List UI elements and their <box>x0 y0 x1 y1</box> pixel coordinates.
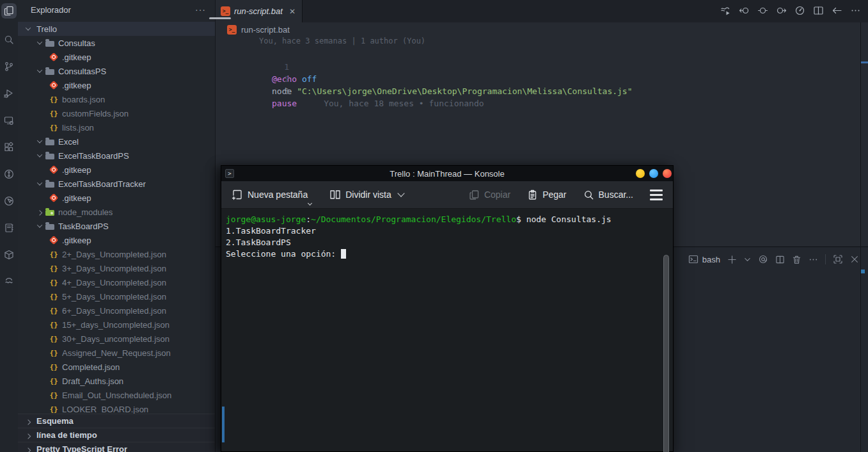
split-editor-button[interactable] <box>812 4 825 17</box>
launch-profile-button[interactable] <box>758 254 768 264</box>
paste-icon <box>527 190 538 200</box>
hamburger-menu-icon[interactable] <box>650 190 663 200</box>
json-file-icon: {} <box>49 122 59 133</box>
git-file-icon <box>49 235 59 245</box>
terminal-panel-header: bash <box>688 250 859 269</box>
sidebar-section-timeline[interactable]: línea de tiempo <box>18 428 215 442</box>
tree-item-file[interactable]: {}5+_Days_Uncompleted.json <box>18 289 215 303</box>
panel-more-actions[interactable] <box>809 255 818 264</box>
terminal-profile-dropdown[interactable] <box>744 256 751 263</box>
live-pointer-icon <box>4 196 14 206</box>
tree-item-file[interactable]: {}customFields.json <box>18 106 215 120</box>
tree-item-file[interactable]: {}15+_days_Uncompleted.json <box>18 318 215 332</box>
activity-notebook-button[interactable] <box>1 220 17 236</box>
editor-scrollbar-slider[interactable] <box>861 61 868 63</box>
line-number: 3 <box>258 85 289 97</box>
tree-item-file[interactable]: .gitkeep <box>18 191 215 205</box>
tree-item-file[interactable]: {}6+_Days_Uncompleted.json <box>18 303 215 318</box>
activity-source-control-button[interactable] <box>1 59 17 74</box>
search-icon <box>4 35 14 45</box>
tree-item-folder[interactable]: node_modules <box>18 205 215 219</box>
tree-item-file[interactable]: {}3+_Days_Uncompleted.json <box>18 261 215 275</box>
tree-item-file[interactable]: {}Assigned_New_Request.json <box>18 346 215 360</box>
paste-button[interactable]: Pegar <box>527 190 566 200</box>
activity-run-debug-button[interactable] <box>1 86 17 101</box>
current-change-button[interactable] <box>756 4 769 17</box>
remote-explorer-icon <box>4 115 14 125</box>
tree-item-folder[interactable]: Excel <box>18 134 215 149</box>
tree-item-folder[interactable]: ExcelTaskBoardPS <box>18 149 215 163</box>
files-icon <box>4 6 14 16</box>
copy-button[interactable]: Copiar <box>469 190 510 200</box>
tree-item-file[interactable]: .gitkeep <box>18 78 215 92</box>
panel-scrollbar-marker <box>861 270 865 273</box>
konsole-scrollbar[interactable] <box>663 255 669 452</box>
run-debug-icon <box>4 88 14 99</box>
tree-item-folder[interactable]: TaskBoardPS <box>18 219 215 233</box>
run-file-icon <box>720 5 731 16</box>
activity-package-box-button[interactable] <box>1 247 17 262</box>
add-terminal-icon <box>727 255 737 264</box>
close-panel-button[interactable] <box>850 255 859 264</box>
tree-item-file[interactable]: {}4+_Days_Uncompleted.json <box>18 275 215 289</box>
sidebar-scrollbar[interactable] <box>209 17 231 19</box>
folder-icon <box>45 179 55 189</box>
kill-terminal-button[interactable] <box>792 255 801 264</box>
breadcrumb[interactable]: >_ run-script.bat <box>227 24 290 35</box>
activity-explorer-button[interactable] <box>1 3 17 19</box>
maximize-panel-button[interactable] <box>833 254 843 264</box>
navigate-back-button[interactable] <box>830 4 843 17</box>
tree-item-folder[interactable]: Consultas <box>18 36 215 50</box>
more-actions-button[interactable] <box>849 4 862 17</box>
new-terminal-button[interactable] <box>727 255 737 264</box>
timeline-button[interactable] <box>793 4 806 17</box>
sidebar-section-pretty-ts-error[interactable]: Pretty TypeScript Error <box>18 442 215 452</box>
activity-extensions-button[interactable] <box>1 140 17 155</box>
tree-item-folder[interactable]: ExcelTaskBoardTracker <box>18 177 215 191</box>
maximize-button[interactable] <box>649 169 658 178</box>
tree-item-file[interactable]: .gitkeep <box>18 163 215 177</box>
tree-item-folder[interactable]: ConsultasPS <box>18 64 215 78</box>
previous-change-button[interactable] <box>738 4 750 17</box>
activity-waves-button[interactable] <box>1 273 17 288</box>
previous-change-icon <box>739 5 750 16</box>
panel-scroll-decoration <box>222 407 225 442</box>
konsole-titlebar[interactable]: > Trello : MainThread — Konsole <box>221 166 673 181</box>
split-terminal-button[interactable] <box>775 255 785 264</box>
tree-item-file[interactable]: {}Completed.json <box>18 360 215 374</box>
tree-item-file[interactable]: {}2+_Days_Uncompleted.json <box>18 247 215 261</box>
sidebar-section-outline[interactable]: Esquema <box>18 414 215 428</box>
new-tab-button[interactable]: Nueva pestaña <box>232 189 308 200</box>
terminal-tab-bash[interactable]: bash <box>688 254 720 264</box>
close-button[interactable] <box>663 169 672 178</box>
bat-file-icon: >_ <box>227 25 237 35</box>
launch-profile-icon <box>758 254 768 264</box>
run-file-button[interactable] <box>719 4 732 17</box>
tree-item-file[interactable]: {}lists.json <box>18 120 215 134</box>
terminal-input-line[interactable]: Seleccione una opción: <box>226 248 673 260</box>
tree-item-root[interactable]: Trello <box>18 22 215 36</box>
tree-item-file[interactable]: .gitkeep <box>18 50 215 64</box>
tree-item-file[interactable]: {}Draft_Auths.json <box>18 374 215 388</box>
tree-item-file[interactable]: .gitkeep <box>18 233 215 247</box>
konsole-window[interactable]: > Trello : MainThread — Konsole Nueva pe… <box>221 165 674 452</box>
tab-close-icon[interactable]: ✕ <box>289 7 296 16</box>
find-button[interactable]: Buscar... <box>583 190 633 200</box>
tree-item-file[interactable]: {}boards.json <box>18 92 215 106</box>
sidebar-more-actions-icon[interactable]: ··· <box>195 4 206 15</box>
activity-remote-explorer-button[interactable] <box>1 113 17 128</box>
chevron-down-icon <box>35 150 45 161</box>
activity-git-graph-button[interactable] <box>1 166 17 182</box>
next-change-button[interactable] <box>775 4 787 17</box>
konsole-terminal[interactable]: jorge@asus-jorge:~/Documentos/Programaci… <box>221 209 673 451</box>
activity-search-button[interactable] <box>1 32 17 47</box>
inline-git-blame: You, hace 18 meses • funcionando <box>324 99 484 108</box>
tree-item-file[interactable]: {}Email_Out_Unscheduled.json <box>18 388 215 402</box>
tree-item-file[interactable]: {}30+_Days_uncompleted.json <box>18 332 215 346</box>
terminal-tab-label: bash <box>702 255 720 264</box>
minimize-button[interactable] <box>636 169 645 178</box>
divider <box>825 254 826 264</box>
activity-live-pointer-button[interactable] <box>1 193 17 209</box>
split-view-icon <box>329 189 341 200</box>
split-view-button[interactable]: Dividir vista <box>329 189 404 200</box>
